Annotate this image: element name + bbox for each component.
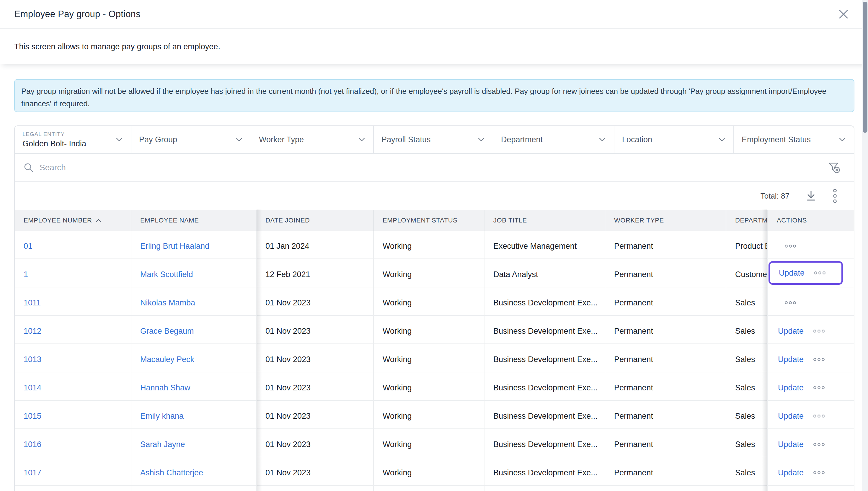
date-joined-cell: 01 Nov 2023 [257,316,374,343]
row-more-actions-button[interactable] [814,271,826,275]
employment-status-cell: Working [374,287,484,315]
table-row: 1013 Macauley Peck 01 Nov 2023 Working B… [15,344,854,372]
employee-name-link[interactable]: Ashish Chatterjee [140,468,203,478]
filter-employment-status-label: Employment Status [741,135,836,144]
employee-number-link[interactable]: 1015 [24,412,41,421]
filter-department-label: Department [501,135,596,144]
worker-type-cell: Permanent [605,401,726,428]
update-button[interactable]: Update [778,383,804,393]
vertical-scrollbar-thumb[interactable] [863,2,867,133]
employee-name-link[interactable]: Macauley Peck [140,355,194,364]
table-row: 1012 Grace Begaum 01 Nov 2023 Working Bu… [15,316,854,344]
employee-number-link[interactable]: 01 [24,242,32,251]
close-icon [838,8,849,20]
employment-status-cell: Working [374,401,484,428]
employment-status-cell: Working [374,372,484,400]
table-row: 01 Erling Brut Haaland 01 Jan 2024 Worki… [15,231,854,259]
more-dots-icon [784,244,796,248]
filter-pay-group[interactable]: Pay Group [131,126,251,153]
update-button[interactable]: Update [779,268,805,278]
job-title-cell: Business Development Exe... [484,429,605,457]
employee-number-link[interactable]: 1017 [24,468,41,478]
download-button[interactable] [805,190,817,202]
update-button[interactable]: Update [778,355,804,364]
chevron-down-icon [358,138,365,142]
row-more-actions-button[interactable] [784,244,796,248]
filter-worker-type-label: Worker Type [259,135,356,144]
employee-name-link[interactable]: Mark Scottfield [140,270,193,279]
filter-worker-type[interactable]: Worker Type [251,126,374,153]
row-more-actions-button[interactable] [813,386,825,389]
job-title-cell: Executive Management [484,231,605,258]
filter-legal-entity[interactable]: LEGAL ENTITY Golden Bolt- India [15,126,131,153]
employee-number-link[interactable]: 1014 [24,383,41,393]
department-cell: Sales [726,372,768,400]
job-title-cell: Business Development Exe... [484,372,605,400]
department-cell: Sales [726,457,768,485]
filter-location-label: Location [622,135,716,144]
table-toolbar: Total: 87 [15,182,854,210]
more-options-button[interactable] [833,188,837,204]
employee-pay-group-modal: Employee Pay group - Options This screen… [0,0,868,491]
more-dots-icon [813,414,825,418]
table-row-partial [15,486,854,491]
update-button[interactable]: Update [778,327,804,336]
employee-name-link[interactable]: Hannah Shaw [140,383,190,393]
filter-department[interactable]: Department [493,126,614,153]
employee-name-link[interactable]: Erling Brut Haaland [140,242,209,251]
row-more-actions-button[interactable] [813,329,825,333]
employee-number-link[interactable]: 1 [24,270,28,279]
employee-number-link[interactable]: 1011 [24,298,41,308]
job-title-cell: Business Development Exe... [484,344,605,372]
filter-employment-status[interactable]: Employment Status [734,126,854,153]
date-joined-cell: 01 Jan 2024 [257,231,374,258]
header-employee-name[interactable]: EMPLOYEE NAME [131,210,257,231]
worker-type-cell: Permanent [605,259,726,287]
more-dots-icon [813,471,825,474]
more-dots-icon [784,301,796,305]
row-more-actions-button[interactable] [813,414,825,418]
chevron-down-icon [599,138,606,142]
employee-number-link[interactable]: 1012 [24,327,41,336]
employment-status-cell: Working [374,231,484,258]
worker-type-cell: Permanent [605,287,726,315]
header-date-joined[interactable]: DATE JOINED [257,210,374,231]
header-job-title[interactable]: JOB TITLE [484,210,605,231]
filter-payroll-status[interactable]: Payroll Status [374,126,493,153]
header-worker-type[interactable]: WORKER TYPE [605,210,726,231]
row-more-actions-button[interactable] [813,442,825,446]
update-button[interactable]: Update [778,468,804,478]
employee-number-link[interactable]: 1013 [24,355,41,364]
close-button[interactable] [837,8,850,21]
department-cell: Product E [726,231,768,258]
update-button[interactable]: Update [778,440,804,449]
employee-name-link[interactable]: Sarah Jayne [140,440,185,449]
employee-name-link[interactable]: Grace Begaum [140,327,194,336]
table-header-row: EMPLOYEE NUMBER EMPLOYEE NAME DATE JOINE… [15,210,854,231]
table-row-highlighted: 1 Mark Scottfield 12 Feb 2021 Working Da… [15,259,854,287]
header-employment-status[interactable]: EMPLOYMENT STATUS [374,210,484,231]
row-more-actions-button[interactable] [813,471,825,474]
employee-number-link[interactable]: 1016 [24,440,41,449]
employment-status-cell: Working [374,259,484,287]
search-input[interactable] [39,163,827,172]
row-more-actions-button[interactable] [813,357,825,361]
update-button[interactable]: Update [778,412,804,421]
row-more-actions-button[interactable] [784,301,796,305]
chevron-down-icon [719,138,725,142]
employee-name-link[interactable]: Nikolas Mamba [140,298,195,308]
filter-row: LEGAL ENTITY Golden Bolt- India Pay Grou… [15,126,854,154]
table-panel: LEGAL ENTITY Golden Bolt- India Pay Grou… [14,125,855,491]
more-dots-icon [813,386,825,389]
date-joined-cell: 01 Nov 2023 [257,429,374,457]
clear-filter-button[interactable] [827,160,842,175]
header-employee-number[interactable]: EMPLOYEE NUMBER [15,210,131,231]
worker-type-cell: Permanent [605,316,726,343]
worker-type-cell: Permanent [605,372,726,400]
header-department[interactable]: DEPARTMENT [726,210,768,231]
employee-name-link[interactable]: Emily khana [140,412,184,421]
date-joined-cell: 01 Nov 2023 [257,401,374,428]
filter-location[interactable]: Location [614,126,734,153]
worker-type-cell: Permanent [605,429,726,457]
job-title-cell: Business Development Exe... [484,316,605,343]
